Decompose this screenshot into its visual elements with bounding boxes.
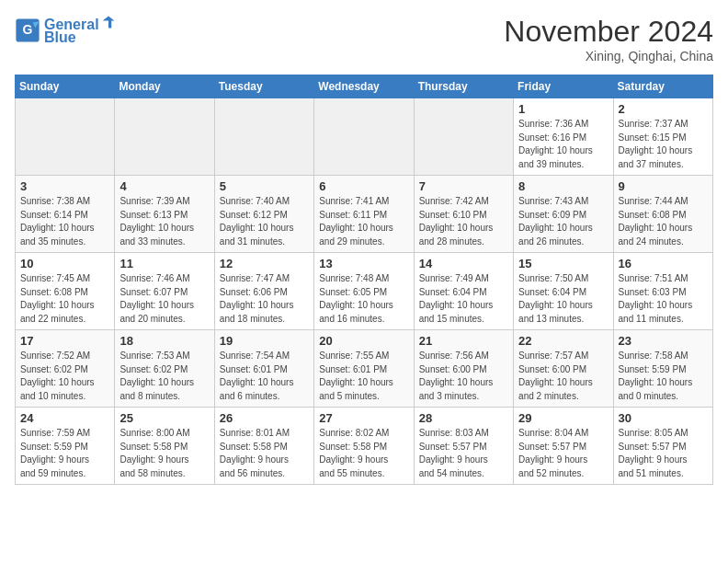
- day-info: Sunrise: 8:03 AM Sunset: 5:57 PM Dayligh…: [419, 427, 508, 480]
- day-number: 9: [619, 179, 708, 193]
- calendar-cell: 16Sunrise: 7:51 AM Sunset: 6:03 PM Dayli…: [613, 253, 712, 330]
- calendar-cell: [214, 98, 313, 176]
- day-number: 29: [518, 411, 608, 425]
- calendar-cell: 11Sunrise: 7:46 AM Sunset: 6:07 PM Dayli…: [115, 253, 214, 330]
- calendar-table: SundayMondayTuesdayWednesdayThursdayFrid…: [15, 75, 713, 485]
- calendar-cell: [115, 98, 214, 176]
- day-info: Sunrise: 7:40 AM Sunset: 6:12 PM Dayligh…: [220, 195, 309, 248]
- location-subtitle: Xining, Qinghai, China: [504, 49, 713, 63]
- day-number: 1: [518, 102, 608, 116]
- calendar-cell: 22Sunrise: 7:57 AM Sunset: 6:00 PM Dayli…: [514, 330, 613, 408]
- day-info: Sunrise: 7:49 AM Sunset: 6:04 PM Dayligh…: [419, 272, 508, 326]
- day-info: Sunrise: 7:57 AM Sunset: 6:00 PM Dayligh…: [518, 350, 608, 403]
- calendar-cell: 14Sunrise: 7:49 AM Sunset: 6:04 PM Dayli…: [414, 253, 513, 330]
- day-info: Sunrise: 7:58 AM Sunset: 5:59 PM Dayligh…: [619, 350, 708, 403]
- weekday-header-thursday: Thursday: [414, 75, 513, 98]
- day-number: 20: [319, 334, 408, 348]
- page-header: G General Blue November 2024 Xining, Qin…: [15, 15, 713, 63]
- month-title: November 2024: [504, 15, 713, 49]
- weekday-header-monday: Monday: [115, 75, 214, 98]
- calendar-week-row: 1Sunrise: 7:36 AM Sunset: 6:16 PM Daylig…: [16, 98, 713, 176]
- day-info: Sunrise: 7:41 AM Sunset: 6:11 PM Dayligh…: [319, 195, 408, 248]
- day-info: Sunrise: 7:54 AM Sunset: 6:01 PM Dayligh…: [220, 350, 309, 403]
- day-number: 7: [419, 179, 508, 193]
- calendar-cell: 2Sunrise: 7:37 AM Sunset: 6:15 PM Daylig…: [613, 98, 712, 176]
- calendar-cell: [16, 98, 115, 176]
- calendar-cell: 3Sunrise: 7:38 AM Sunset: 6:14 PM Daylig…: [16, 176, 115, 253]
- day-number: 23: [619, 334, 708, 348]
- day-info: Sunrise: 8:04 AM Sunset: 5:57 PM Dayligh…: [518, 427, 608, 480]
- day-info: Sunrise: 7:47 AM Sunset: 6:06 PM Dayligh…: [220, 272, 309, 326]
- day-number: 25: [119, 411, 209, 425]
- calendar-cell: 8Sunrise: 7:43 AM Sunset: 6:09 PM Daylig…: [514, 176, 613, 253]
- title-block: November 2024 Xining, Qinghai, China: [504, 15, 713, 63]
- day-number: 27: [319, 411, 408, 425]
- calendar-week-row: 10Sunrise: 7:45 AM Sunset: 6:08 PM Dayli…: [16, 253, 713, 330]
- day-info: Sunrise: 7:37 AM Sunset: 6:15 PM Dayligh…: [619, 118, 708, 171]
- calendar-cell: 6Sunrise: 7:41 AM Sunset: 6:11 PM Daylig…: [314, 176, 414, 253]
- day-info: Sunrise: 7:42 AM Sunset: 6:10 PM Dayligh…: [419, 195, 508, 248]
- calendar-cell: [414, 98, 513, 176]
- calendar-cell: 23Sunrise: 7:58 AM Sunset: 5:59 PM Dayli…: [613, 330, 712, 408]
- day-number: 5: [220, 179, 309, 193]
- day-number: 19: [220, 334, 309, 348]
- calendar-cell: 1Sunrise: 7:36 AM Sunset: 6:16 PM Daylig…: [514, 98, 613, 176]
- calendar-cell: 10Sunrise: 7:45 AM Sunset: 6:08 PM Dayli…: [16, 253, 115, 330]
- day-info: Sunrise: 7:44 AM Sunset: 6:08 PM Dayligh…: [619, 195, 708, 248]
- day-number: 8: [518, 179, 608, 193]
- day-info: Sunrise: 7:36 AM Sunset: 6:16 PM Dayligh…: [518, 118, 608, 171]
- day-info: Sunrise: 7:59 AM Sunset: 5:59 PM Dayligh…: [20, 427, 109, 480]
- day-number: 22: [518, 334, 608, 348]
- weekday-header-tuesday: Tuesday: [214, 75, 313, 98]
- day-info: Sunrise: 7:50 AM Sunset: 6:04 PM Dayligh…: [518, 272, 608, 326]
- calendar-cell: 30Sunrise: 8:05 AM Sunset: 5:57 PM Dayli…: [613, 408, 712, 485]
- calendar-cell: 24Sunrise: 7:59 AM Sunset: 5:59 PM Dayli…: [16, 408, 115, 485]
- day-number: 14: [419, 257, 508, 270]
- logo: G General Blue: [15, 15, 116, 46]
- weekday-header-wednesday: Wednesday: [314, 75, 414, 98]
- calendar-cell: 20Sunrise: 7:55 AM Sunset: 6:01 PM Dayli…: [314, 330, 414, 408]
- logo-flag-icon: [101, 15, 116, 29]
- calendar-week-row: 17Sunrise: 7:52 AM Sunset: 6:02 PM Dayli…: [16, 330, 713, 408]
- day-info: Sunrise: 7:56 AM Sunset: 6:00 PM Dayligh…: [419, 350, 508, 403]
- day-info: Sunrise: 7:39 AM Sunset: 6:13 PM Dayligh…: [119, 195, 209, 248]
- svg-text:G: G: [23, 22, 33, 37]
- calendar-cell: 18Sunrise: 7:53 AM Sunset: 6:02 PM Dayli…: [115, 330, 214, 408]
- calendar-cell: 21Sunrise: 7:56 AM Sunset: 6:00 PM Dayli…: [414, 330, 513, 408]
- day-info: Sunrise: 7:53 AM Sunset: 6:02 PM Dayligh…: [119, 350, 209, 403]
- day-info: Sunrise: 8:01 AM Sunset: 5:58 PM Dayligh…: [220, 427, 309, 480]
- calendar-cell: [314, 98, 414, 176]
- calendar-week-row: 3Sunrise: 7:38 AM Sunset: 6:14 PM Daylig…: [16, 176, 713, 253]
- calendar-cell: 7Sunrise: 7:42 AM Sunset: 6:10 PM Daylig…: [414, 176, 513, 253]
- day-info: Sunrise: 8:05 AM Sunset: 5:57 PM Dayligh…: [619, 427, 708, 480]
- day-number: 24: [20, 411, 109, 425]
- day-number: 30: [619, 411, 708, 425]
- calendar-cell: 5Sunrise: 7:40 AM Sunset: 6:12 PM Daylig…: [214, 176, 313, 253]
- calendar-cell: 4Sunrise: 7:39 AM Sunset: 6:13 PM Daylig…: [115, 176, 214, 253]
- day-number: 21: [419, 334, 508, 348]
- weekday-header-friday: Friday: [514, 75, 613, 98]
- day-number: 17: [20, 334, 109, 348]
- day-number: 13: [319, 257, 408, 270]
- calendar-cell: 13Sunrise: 7:48 AM Sunset: 6:05 PM Dayli…: [314, 253, 414, 330]
- calendar-cell: 15Sunrise: 7:50 AM Sunset: 6:04 PM Dayli…: [514, 253, 613, 330]
- calendar-cell: 27Sunrise: 8:02 AM Sunset: 5:58 PM Dayli…: [314, 408, 414, 485]
- weekday-header-sunday: Sunday: [16, 75, 115, 98]
- calendar-week-row: 24Sunrise: 7:59 AM Sunset: 5:59 PM Dayli…: [16, 408, 713, 485]
- day-number: 26: [220, 411, 309, 425]
- calendar-cell: 25Sunrise: 8:00 AM Sunset: 5:58 PM Dayli…: [115, 408, 214, 485]
- calendar-cell: 26Sunrise: 8:01 AM Sunset: 5:58 PM Dayli…: [214, 408, 313, 485]
- day-number: 15: [518, 257, 608, 270]
- day-number: 16: [619, 257, 708, 270]
- day-number: 11: [119, 257, 209, 270]
- day-info: Sunrise: 7:55 AM Sunset: 6:01 PM Dayligh…: [319, 350, 408, 403]
- day-info: Sunrise: 7:51 AM Sunset: 6:03 PM Dayligh…: [619, 272, 708, 326]
- calendar-cell: 12Sunrise: 7:47 AM Sunset: 6:06 PM Dayli…: [214, 253, 313, 330]
- day-info: Sunrise: 8:02 AM Sunset: 5:58 PM Dayligh…: [319, 427, 408, 480]
- day-info: Sunrise: 7:43 AM Sunset: 6:09 PM Dayligh…: [518, 195, 608, 248]
- calendar-cell: 29Sunrise: 8:04 AM Sunset: 5:57 PM Dayli…: [514, 408, 613, 485]
- day-info: Sunrise: 7:52 AM Sunset: 6:02 PM Dayligh…: [20, 350, 109, 403]
- weekday-header-saturday: Saturday: [613, 75, 712, 98]
- calendar-cell: 9Sunrise: 7:44 AM Sunset: 6:08 PM Daylig…: [613, 176, 712, 253]
- day-number: 10: [20, 257, 109, 270]
